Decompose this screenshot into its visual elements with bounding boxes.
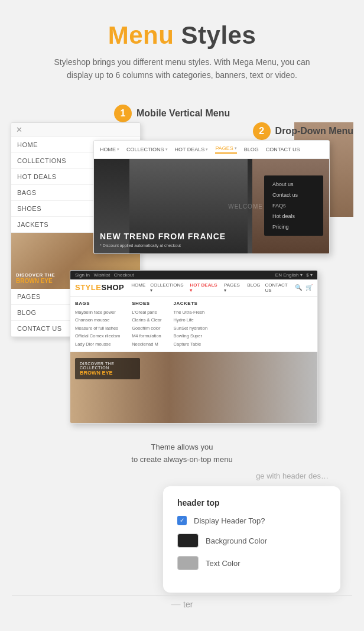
background-color-swatch[interactable]	[177, 534, 199, 548]
background-color-label: Background Color	[206, 536, 267, 545]
close-icon[interactable]: ✕	[16, 125, 22, 134]
text-color-row: Text Color	[177, 556, 326, 570]
dropdown-panel: About us Contact us FAQs Hot deals Prici…	[264, 175, 323, 236]
nav-item-hotdeals[interactable]: HOT DEALS ▾	[175, 147, 209, 152]
col-item[interactable]: Measure of full lashes	[75, 324, 120, 333]
dropdown-menu-label-text: Drop-Down Menu	[275, 126, 353, 136]
col-header-bags: BAGS	[75, 301, 120, 306]
col-item[interactable]: Goodfilm color	[132, 324, 161, 333]
brand-logo: STYLESHOP	[75, 283, 124, 292]
col-item[interactable]: Official Comex rilecism	[75, 332, 120, 340]
bubble-2: 2	[253, 122, 271, 140]
page-header: Menu Styles Styleshop brings you differe…	[0, 0, 364, 93]
nav-item-home[interactable]: HOME ▾	[100, 147, 119, 152]
col-item[interactable]: Needlenad M	[132, 340, 161, 349]
hero-headline: NEW TREND FROM FRANCE	[100, 232, 226, 241]
label-mobile-menu: 1 Mobile Vertical Menu	[114, 105, 230, 122]
panel-item-faqs[interactable]: FAQs	[264, 200, 323, 211]
panel-item-about[interactable]: About us	[264, 179, 323, 190]
chevron-down-icon: ▾	[206, 147, 208, 152]
atter-text: ter	[183, 600, 193, 609]
mobile-menu-label-text: Mobile Vertical Menu	[136, 108, 230, 119]
display-header-label: Display Header Top?	[194, 516, 265, 525]
mega-col-shoes: SHOES L'Oreal paris Clarins & Clear Good…	[132, 301, 161, 349]
collection-name: BROWN EYE	[16, 278, 55, 284]
nav-item-collections[interactable]: COLLECTIONS ▾	[126, 147, 168, 152]
bubble-1: 1	[114, 105, 132, 122]
col-item[interactable]: Maybelin face power	[75, 308, 120, 317]
mobile-menu-bar: ✕	[11, 123, 140, 137]
settings-card-title: header top	[177, 498, 326, 508]
col-item[interactable]: L'Oreal paris	[132, 308, 161, 317]
page-title: Menu Styles	[12, 21, 352, 50]
panel-item-hotdeals[interactable]: Hot deals	[264, 211, 323, 222]
mega-nav-right: 🔍 🛒	[295, 284, 313, 291]
bottom-note-line1: Theme allows you	[151, 443, 213, 451]
col-header-jackets: JACKETS	[174, 301, 208, 306]
truncated-text: ge with header des	[256, 471, 321, 480]
chevron-down-icon: ▾	[235, 146, 237, 151]
ellipsis: …	[321, 471, 329, 480]
title-highlight: Menu	[108, 21, 174, 49]
discover-text: DISCOVER THE COLLECTION	[80, 362, 135, 370]
mega-nav-bar: STYLESHOP HOME COLLECTIONS ▾ HOT DEALS ▾…	[70, 279, 317, 297]
mega-banner: DISCOVER THE COLLECTION BROWN EYE	[75, 358, 140, 379]
display-header-row: ✓ Display Header Top?	[177, 516, 326, 525]
nav-blog[interactable]: BLOG	[247, 282, 260, 293]
hero-subtext: * Discount applied automatically at chec…	[100, 243, 181, 248]
mega-col-jackets: JACKETS The Ultra-Fresh Hydro Life SunSe…	[174, 301, 208, 349]
search-icon[interactable]: 🔍	[295, 284, 302, 291]
checkmark-icon: ✓	[180, 518, 184, 523]
text-color-label: Text Color	[206, 559, 240, 568]
nav-item-pages[interactable]: PAGES ▾	[215, 145, 236, 154]
nav-collections[interactable]: COLLECTIONS ▾	[150, 282, 185, 293]
nav-contact[interactable]: CONTACT US	[265, 282, 294, 293]
title-rest: Styles	[174, 21, 256, 49]
bottom-note: Theme allows you to create always-on-top…	[12, 430, 352, 472]
dropdown-topnav: HOME ▾ COLLECTIONS ▾ HOT DEALS ▾ PAGES ▾…	[94, 141, 329, 159]
background-color-row: Background Color	[177, 534, 326, 548]
chevron-down-icon: ▾	[117, 147, 119, 152]
nav-item-contact[interactable]: CONTACT US	[266, 147, 300, 152]
display-header-checkbox[interactable]: ✓	[177, 516, 187, 525]
col-item[interactable]: Lady Dior mousse	[75, 340, 120, 349]
discover-text: DISCOVER THE	[16, 272, 55, 278]
chevron-down-icon: ▾	[165, 147, 168, 152]
nav-pages[interactable]: PAGES ▾	[224, 282, 242, 293]
col-item[interactable]: Clarins & Clear	[132, 316, 161, 324]
bottom-atter: — ter	[12, 595, 352, 616]
panel-item-contact[interactable]: Contact us	[264, 190, 323, 200]
cart-icon[interactable]: 🛒	[306, 284, 313, 291]
mega-col-bags: BAGS Maybelin face power Chanson mousse …	[75, 301, 120, 349]
brown-eye-text: BROWN EYE	[80, 370, 135, 376]
nav-home[interactable]: HOME	[131, 282, 145, 293]
nav-hotdeals[interactable]: HOT DEALS ▾	[190, 282, 219, 293]
col-item[interactable]: SunSet hydration	[174, 324, 208, 333]
mega-hero-body: DISCOVER THE COLLECTION BROWN EYE	[70, 352, 317, 423]
banner-overlay: DISCOVER THE BROWN EYE	[16, 272, 55, 284]
col-item[interactable]: M4 formulation	[132, 332, 161, 340]
screenshot-dropdown-menu: HOME ▾ COLLECTIONS ▾ HOT DEALS ▾ PAGES ▾…	[93, 140, 330, 254]
nav-item-blog[interactable]: BLOG	[244, 147, 259, 152]
col-item[interactable]: Chanson mousse	[75, 316, 120, 324]
screenshots-area: 1 Mobile Vertical Menu ✕ HOME› COLLECTIO…	[11, 105, 353, 412]
col-item[interactable]: Capture Table	[174, 340, 208, 349]
truncated-link: ge with header des…	[12, 471, 352, 480]
col-item[interactable]: Bowling Super	[174, 332, 208, 340]
screenshot-mega-menu: Sign In Wishlist Checkout EN English ▾ $…	[70, 270, 318, 424]
mega-dropdown-panel: BAGS Maybelin face power Chanson mousse …	[70, 297, 317, 353]
panel-item-pricing[interactable]: Pricing	[264, 222, 323, 232]
col-header-shoes: SHOES	[132, 301, 161, 306]
mega-topbar: Sign In Wishlist Checkout EN English ▾ $…	[70, 271, 317, 279]
settings-card: header top ✓ Display Header Top? Backgro…	[163, 486, 340, 593]
col-item[interactable]: Hydro Life	[174, 316, 208, 324]
bottom-note-line2: to create always-on-top menu	[131, 455, 232, 464]
atter-dash: —	[171, 599, 183, 609]
col-item[interactable]: The Ultra-Fresh	[174, 308, 208, 317]
label-dropdown-menu: 2 Drop-Down Menu	[253, 122, 353, 140]
dropdown-hero-image: WELCOME TO STYLESHOP NEW TREND FROM FRAN…	[94, 159, 329, 253]
mega-nav-items: HOME COLLECTIONS ▾ HOT DEALS ▾ PAGES ▾ B…	[131, 282, 294, 293]
page-subtitle: Styleshop brings you different menu styl…	[46, 56, 318, 82]
bottom-section: Theme allows you to create always-on-top…	[0, 424, 364, 628]
text-color-swatch[interactable]	[177, 556, 199, 570]
